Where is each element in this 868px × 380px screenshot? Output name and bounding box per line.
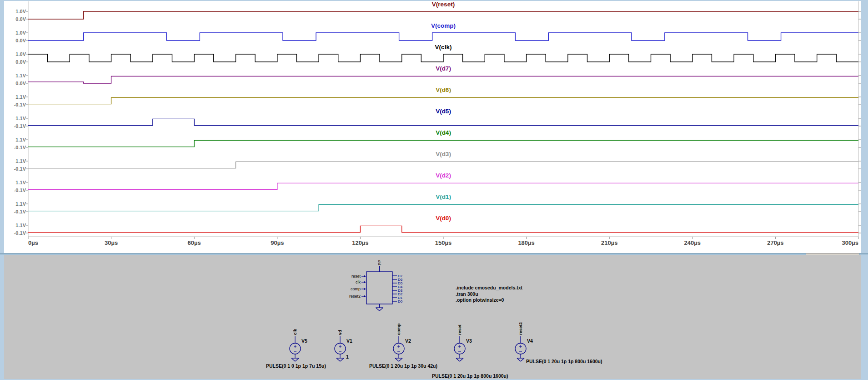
trace-V(d6) [28, 97, 858, 104]
vsource-name-V1[interactable]: V1 [346, 338, 352, 344]
y-axis-label: 0.0V [8, 59, 26, 65]
trace-V(d4) [28, 140, 858, 147]
y-axis-label: 1.1V [8, 180, 26, 185]
trace-V(d5) [28, 119, 858, 125]
pin-arrow-icon [364, 288, 366, 290]
vsource-symbol-V5[interactable] [290, 343, 301, 354]
ic-left-pin-reset2: reset2 [349, 294, 361, 299]
y-axis-label: 0.0V [8, 81, 26, 86]
vsource-symbol-V2[interactable] [393, 343, 404, 354]
trace-label-V(d2)[interactable]: V(d2) [436, 172, 451, 179]
net-label-reset2[interactable]: reset2 [518, 322, 523, 335]
y-axis-label: 0.0V [8, 16, 26, 22]
trace-V(clk) [28, 54, 858, 62]
waveform-plot-svg [4, 1, 861, 253]
x-axis-label: 150µs [435, 239, 452, 246]
trace-label-V(d7)[interactable]: V(d7) [436, 65, 451, 72]
ground-symbol-V3 [456, 358, 463, 361]
y-axis-label: -0.1V [8, 187, 26, 193]
y-axis-label: 1.1V [8, 73, 26, 78]
y-axis-label: -0.1V [8, 123, 26, 129]
ic-right-pin-D0: D0 [398, 299, 403, 304]
pulse-annotation-v2[interactable]: PULSE(0 1 20u 1p 1p 30u 42u) [369, 363, 437, 369]
vsource-name-V2[interactable]: V2 [405, 338, 411, 344]
trace-V(comp) [28, 33, 858, 41]
trace-label-V(d5)[interactable]: V(d5) [436, 108, 451, 115]
ic-left-pin-clk: clk [356, 280, 361, 284]
ground-symbol-V2 [395, 358, 402, 361]
x-axis-label: 210µs [601, 239, 617, 246]
y-axis-label: -0.1V [8, 209, 26, 214]
directive-include[interactable]: .include cmosedu_models.txt [456, 285, 522, 291]
trace-V(d3) [28, 162, 858, 168]
trace-label-V(comp)[interactable]: V(comp) [431, 22, 456, 29]
trace-label-V(reset)[interactable]: V(reset) [432, 1, 455, 8]
x-axis-label: 180µs [518, 239, 534, 246]
x-axis-label: 120µs [352, 239, 368, 246]
pin-arrow-icon [364, 281, 366, 284]
net-label-vd[interactable]: vd [337, 330, 342, 335]
x-axis-label: 30µs [105, 239, 118, 246]
ic-top-pin-label: PP [377, 260, 382, 265]
y-axis-label: 1.1V [8, 94, 26, 100]
y-axis-label: 1.0V [8, 9, 26, 14]
pulse-annotation-v5[interactable]: PULSE(0 1 0 1p 1p 7u 15u) [266, 363, 326, 369]
x-axis-label: 60µs [188, 239, 201, 246]
pin-arrow-icon [364, 275, 366, 278]
trace-label-V(clk)[interactable]: V(clk) [435, 44, 452, 51]
y-axis-label: 1.1V [8, 137, 26, 142]
vsource-symbol-V3[interactable] [454, 343, 465, 354]
y-axis-label: -0.1V [8, 166, 26, 172]
y-axis-label: 1.1V [8, 223, 26, 228]
net-label-clk[interactable]: clk [292, 329, 297, 335]
schematic-svg: PPresetclkcompreset2D7D6D5D4D3D2D1D0V5cl… [4, 255, 861, 379]
x-axis-label: 270µs [767, 239, 783, 246]
net-label-reset[interactable]: reset [457, 324, 462, 335]
trace-label-V(d6)[interactable]: V(d6) [436, 86, 451, 93]
vsource-name-V3[interactable]: V3 [466, 338, 472, 344]
vsource-symbol-V1[interactable] [335, 343, 346, 354]
ic-left-pin-comp: comp [351, 287, 361, 291]
trace-label-V(d4)[interactable]: V(d4) [436, 129, 451, 136]
x-axis-label: 240µs [684, 239, 701, 246]
directive-option[interactable]: .option plotwinsize=0 [456, 297, 522, 304]
y-axis-label: -0.1V [8, 102, 26, 107]
pulse-annotation-v4[interactable]: PULSE(0 1 20u 1p 1p 800u 1600u) [526, 359, 602, 364]
waveform-plot-area[interactable]: 1.0V0.0VV(reset)1.0V0.0VV(comp)1.0V0.0VV… [4, 1, 861, 253]
pulse-annotation-v3[interactable]: PULSE(0 1 20u 1p 1p 800u 1600u) [432, 373, 508, 379]
x-axis-label: 0µs [28, 239, 38, 246]
spice-directives: .include cmosedu_models.txt .tran 300u .… [456, 285, 522, 304]
y-axis-label: -0.1V [8, 230, 26, 236]
y-axis-label: 0.0V [8, 38, 26, 43]
net-label-comp[interactable]: comp [396, 323, 401, 335]
vsource-name-V5[interactable]: V5 [301, 338, 307, 344]
trace-V(reset) [28, 11, 858, 19]
schematic-canvas[interactable]: PPresetclkcompreset2D7D6D5D4D3D2D1D0V5cl… [4, 255, 861, 379]
trace-V(d1) [28, 204, 858, 211]
x-axis-label: 300µs [842, 239, 858, 246]
pin-arrow-icon [364, 295, 366, 298]
vsource-symbol-V4[interactable] [515, 343, 526, 354]
vsource-value-V1[interactable]: 1 [346, 354, 349, 360]
ic-ground-symbol [376, 308, 383, 311]
ground-symbol-V4 [517, 358, 524, 361]
x-axis-label: 90µs [271, 239, 284, 246]
sar-ic-symbol[interactable] [366, 272, 392, 304]
y-axis-label: 1.1V [8, 116, 26, 121]
vsource-name-V4[interactable]: V4 [527, 338, 533, 344]
trace-label-V(d3)[interactable]: V(d3) [436, 151, 451, 157]
ltspice-window: 1.0V0.0VV(reset)1.0V0.0VV(comp)1.0V0.0VV… [0, 0, 868, 380]
trace-label-V(d1)[interactable]: V(d1) [436, 193, 451, 200]
ground-symbol-V5 [291, 358, 299, 361]
directive-tran[interactable]: .tran 300u [456, 291, 522, 298]
trace-V(d2) [28, 183, 858, 189]
y-axis-label: 1.0V [8, 51, 26, 57]
ground-symbol-V1 [336, 358, 344, 361]
trace-V(d0) [28, 226, 858, 232]
y-axis-label: 1.0V [8, 30, 26, 35]
trace-label-V(d0)[interactable]: V(d0) [436, 215, 451, 222]
trace-V(d7) [28, 76, 858, 83]
ic-left-pin-reset: reset [351, 274, 361, 279]
y-axis-label: 1.1V [8, 158, 26, 164]
y-axis-label: 1.1V [8, 201, 26, 207]
